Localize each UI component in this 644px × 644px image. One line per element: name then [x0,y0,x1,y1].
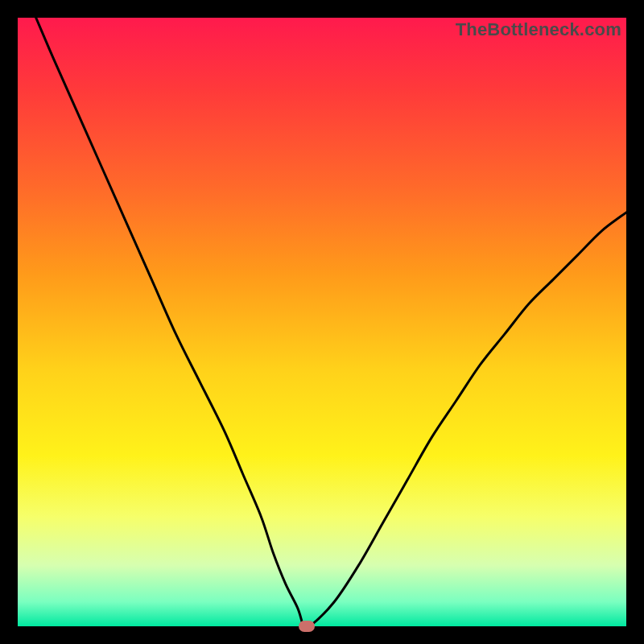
bottleneck-curve [18,18,626,626]
minimum-marker [299,621,315,632]
chart-frame: TheBottleneck.com [0,0,644,644]
plot-area: TheBottleneck.com [18,18,626,626]
